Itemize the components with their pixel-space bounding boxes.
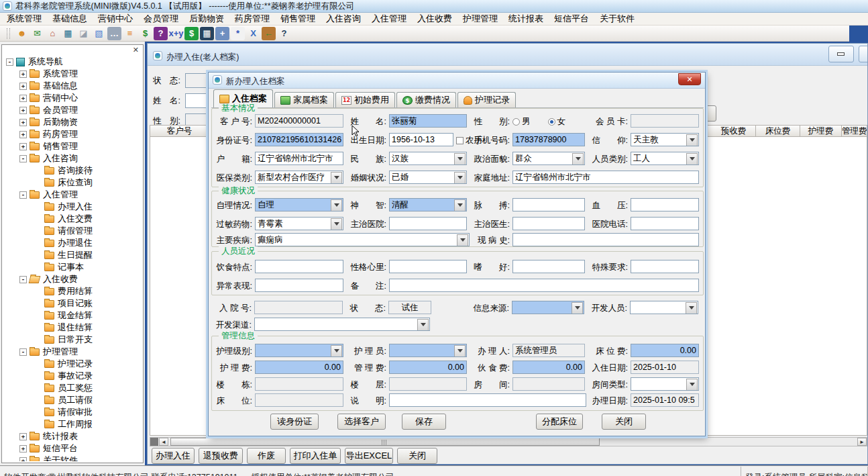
expander-icon[interactable]: - [19, 276, 27, 283]
tree-item[interactable]: + 药房管理 [3, 128, 142, 140]
personality-field[interactable] [389, 260, 467, 273]
comment-icon[interactable]: … [107, 27, 121, 40]
expander-icon[interactable] [34, 228, 42, 235]
tree-item[interactable]: 办理退住 [3, 237, 142, 249]
consciousness-select[interactable]: 清醒 [389, 198, 467, 211]
tree-item[interactable]: 员工请假 [3, 394, 142, 406]
horizontal-scrollbar[interactable]: ◄ ► [150, 437, 867, 446]
dialog-tab[interactable]: 家属档案 [274, 92, 334, 107]
special-req-field[interactable] [631, 260, 699, 273]
tree-item[interactable]: + 基础信息 [3, 80, 142, 92]
expander-icon[interactable] [34, 167, 42, 175]
checkin-button[interactable]: 办理入住 [152, 448, 195, 464]
save-button[interactable]: 保存 [402, 414, 446, 430]
room-type-select[interactable] [631, 377, 699, 391]
note-field[interactable] [389, 393, 586, 407]
self-care-select[interactable]: 自理 [255, 198, 343, 211]
gender-male-radio[interactable] [512, 118, 520, 126]
caregiver-select[interactable] [389, 344, 467, 357]
political-select[interactable]: 群众 [512, 152, 585, 165]
developer-select[interactable] [630, 301, 698, 314]
building-field[interactable] [255, 377, 343, 391]
menu-item[interactable]: 系统管理 [1, 12, 47, 26]
tree-item[interactable]: - 入住咨询 [3, 152, 142, 164]
tree-item[interactable]: 项目记账 [3, 297, 142, 310]
menu-item[interactable]: 短信平台 [549, 12, 594, 26]
tree-item[interactable]: 退住结算 [3, 322, 142, 334]
calculator-icon[interactable]: ▦ [200, 27, 214, 40]
dollar-icon[interactable]: $ [138, 27, 152, 40]
menu-item[interactable]: 护理管理 [457, 12, 503, 26]
expander-icon[interactable] [34, 324, 42, 332]
data-window-icon[interactable]: ▦ [61, 27, 75, 40]
id-number-field[interactable]: 210782195610131426 [255, 133, 343, 146]
menu-item[interactable]: 统计报表 [503, 12, 549, 26]
expander-icon[interactable]: - [19, 348, 27, 356]
close-button[interactable]: ✕ [678, 73, 701, 85]
list-icon[interactable]: ≡ [123, 27, 137, 40]
expander-icon[interactable]: + [19, 83, 27, 90]
marital-select[interactable]: 已婚 [389, 171, 467, 184]
tree-item[interactable]: 记事本 [3, 261, 142, 273]
dialog-tab[interactable]: 12 初始费用 [335, 92, 395, 107]
expander-icon[interactable] [34, 240, 42, 247]
admission-no-field[interactable] [254, 301, 343, 314]
expander-icon[interactable]: + [19, 70, 27, 78]
home-icon[interactable]: ⌂ [46, 27, 60, 40]
tree-item[interactable]: 床位查询 [3, 177, 142, 189]
contacts-icon[interactable]: ✉ [30, 27, 44, 40]
care-level-select[interactable] [255, 344, 343, 357]
minimize-button[interactable] [828, 46, 854, 62]
scroll-right-icon[interactable]: ► [857, 438, 867, 446]
disease-select[interactable]: 癫痫病 [255, 233, 470, 246]
expander-icon[interactable] [34, 373, 42, 380]
grid-header-cell[interactable]: 预收费 [712, 126, 756, 136]
menu-item[interactable]: 入住咨询 [321, 12, 366, 26]
history-field[interactable] [512, 233, 699, 246]
tree-item[interactable]: 费用结算 [3, 285, 142, 297]
grid-header-cell[interactable]: 管理费 [842, 126, 868, 136]
tree-item[interactable]: + 短信平台 [3, 442, 142, 455]
scroll-left-icon[interactable]: ◄ [159, 438, 168, 446]
select-customer-button[interactable]: 选择客户 [337, 414, 386, 430]
letter-x-icon[interactable]: X [246, 27, 260, 40]
scrollbar-gripbox[interactable] [150, 438, 158, 446]
doctor-field[interactable] [512, 217, 585, 230]
room-field[interactable] [512, 377, 585, 391]
menu-item[interactable]: 会员管理 [138, 12, 184, 26]
expander-icon[interactable] [34, 203, 42, 211]
tree-item[interactable]: + 营销中心 [3, 92, 142, 104]
tree-item[interactable]: - 系统导航 [3, 56, 142, 68]
phone-field[interactable]: 17837878900 [512, 133, 585, 146]
expander-icon[interactable]: - [19, 155, 27, 162]
customer-no-field[interactable]: M202400000001 [255, 114, 343, 128]
name-field[interactable]: 张丽菊 [389, 114, 467, 128]
household-field[interactable]: 辽宁省锦州市北宁市 [255, 152, 343, 165]
menu-item[interactable]: 后勤物资 [184, 12, 229, 26]
expander-icon[interactable] [34, 397, 42, 404]
grid-header-cell[interactable]: 护理费 [800, 126, 842, 136]
care-fee-field[interactable]: 0.00 [255, 361, 343, 374]
blood-pressure-field[interactable] [631, 198, 699, 211]
remark-field[interactable] [389, 279, 699, 292]
tree-item[interactable]: 办理入住 [3, 201, 142, 213]
user-icon[interactable]: ☻ [15, 27, 29, 40]
tree-item[interactable]: 咨询接待 [3, 164, 142, 177]
doc-gear-icon[interactable]: * [231, 27, 245, 40]
member-card-field[interactable] [631, 114, 699, 128]
checkin-date-field[interactable]: 2025-01-10 [631, 361, 699, 374]
tree-item[interactable]: 入住交费 [3, 213, 142, 225]
dialog-tab[interactable]: $ 缴费情况 [396, 92, 456, 107]
tree-item[interactable]: + 会员管理 [3, 104, 142, 116]
person-type-select[interactable]: 工人 [631, 152, 699, 165]
export-excel-button[interactable]: 导出EXCEL [345, 448, 393, 464]
tree-item[interactable]: 请假管理 [3, 225, 142, 237]
eraser-icon[interactable]: ◪ [76, 27, 91, 40]
expander-icon[interactable]: - [6, 58, 13, 66]
handler-field[interactable]: 系统管理员 [512, 344, 585, 357]
help-book-icon[interactable]: ? [154, 27, 168, 40]
expander-icon[interactable] [34, 179, 42, 187]
expander-icon[interactable]: + [19, 107, 27, 114]
expander-icon[interactable]: + [19, 119, 27, 126]
windows-icon[interactable]: ▧ [92, 27, 106, 40]
